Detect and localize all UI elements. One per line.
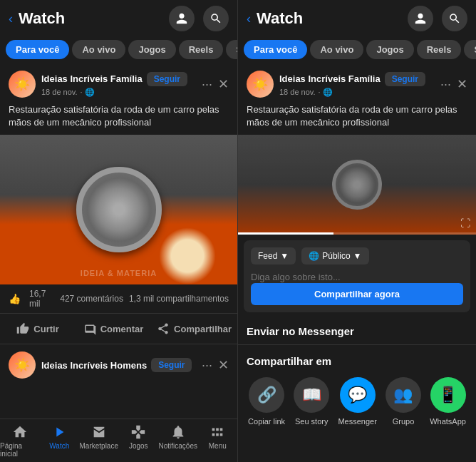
right-follow-button[interactable]: Seguir [385,72,425,86]
whatsapp-label: WhatsApp [430,417,466,426]
post-description: Restauração satisfatória da roda de um c… [0,103,237,135]
share-options-row: Feed ▼ 🌐 Público ▼ [251,247,463,265]
nav-menu[interactable]: Menu [198,419,238,462]
gamepad-icon [130,423,147,441]
right-back-button[interactable]: ‹ [247,11,251,26]
post-date: 18 de nov. · 🌐 [41,88,196,97]
nav-tabs: Para você Ao vivo Jogos Reels Seguind [0,37,237,65]
store-icon [90,423,108,441]
follow-button[interactable]: Seguir [147,72,187,86]
left-panel: ‹ Watch Para você Ao vivo Jogos Reels Se… [0,0,238,462]
tab-jogos[interactable]: Jogos [128,40,175,59]
nav-watch[interactable]: Watch [40,419,80,462]
fullscreen-icon[interactable]: ⛶ [460,217,470,229]
nav-notifications-label: Notificações [159,442,197,450]
watermark: IDEIA & MATERIA [81,269,157,277]
second-post-header: ☀️ Ideias Incríveis Homens Seguir ··· ✕ [0,344,237,386]
post-meta: Ideias Incríveis Família Seguir 18 de no… [41,72,196,97]
right-tab-seguindo[interactable]: Seguind [464,40,476,59]
close-button[interactable]: ✕ [218,76,229,92]
public-dropdown[interactable]: 🌐 Público ▼ [301,247,368,265]
right-more-options[interactable]: ··· [440,77,451,92]
share-now-button[interactable]: Compartilhar agora [251,283,463,305]
bell-icon [170,423,187,441]
second-post-actions: ··· ✕ [202,357,229,373]
right-post-header: ☀️ Ideias Incríveis Família Seguir 18 de… [238,65,476,103]
shares-count: 1,3 mil compartilhamentos [129,294,229,304]
avatar: ☀️ [9,71,36,98]
divider-1 [238,344,476,345]
second-post-name: Ideias Incríveis Homens Seguir [41,358,196,372]
second-more-options[interactable]: ··· [202,358,212,373]
share-icons-row: 🔗 Copiar link 📖 Seu story 💬 Messenger 👥 … [238,371,476,431]
second-close-button[interactable]: ✕ [218,357,229,373]
right-nav-tabs: Para você Ao vivo Jogos Reels Seguind [238,37,476,65]
wheel-image [76,167,162,252]
share-copy-link[interactable]: 🔗 Copiar link [248,377,285,426]
tab-reels[interactable]: Reels [179,40,224,59]
second-avatar: ☀️ [9,351,36,379]
messenger-label: Messenger [338,417,376,426]
profile-icon-button[interactable] [169,6,195,31]
tab-ao-vivo[interactable]: Ao vivo [72,40,125,59]
right-tab-jogos[interactable]: Jogos [366,40,413,59]
home-icon [11,423,29,441]
tab-para-voce[interactable]: Para você [6,40,69,59]
comment-button[interactable]: Comentar [76,317,151,341]
page-title: Watch [19,9,169,28]
share-group[interactable]: 👥 Grupo [386,377,421,426]
more-options-button[interactable]: ··· [202,77,212,92]
share-text-input[interactable] [251,272,371,282]
right-post-description: Restauração satisfatória da roda de um c… [238,103,476,135]
progress-bar-container [238,232,476,235]
share-button[interactable]: Compartilhar [151,317,237,341]
stats-right: 427 comentários 1,3 mil compartilhamento… [60,294,229,304]
search-icon-button[interactable] [203,6,229,31]
tab-seguindo[interactable]: Seguind [226,40,237,59]
share-messenger[interactable]: 💬 Messenger [338,377,376,426]
share-story[interactable]: 📖 Seu story [294,377,329,426]
reaction-emoji: 👍 [9,293,21,304]
right-tab-para-voce[interactable]: Para você [244,40,307,59]
right-post-name: Ideias Incríveis Família Seguir [279,72,435,86]
likes-count: 16,7 mil [29,289,51,309]
nav-jogos[interactable]: Jogos [119,419,159,462]
copy-link-label: Copiar link [248,417,285,426]
nav-marketplace[interactable]: Marketplace [79,419,119,462]
right-header-icons [408,6,467,31]
right-search-icon[interactable] [442,6,467,31]
messenger-section-title: Enviar no Messenger [238,318,476,342]
action-bar: Curtir Comentar Compartilhar [0,314,237,344]
whatsapp-icon: 📱 [430,377,466,413]
nav-notifications[interactable]: Notificações [158,419,198,462]
left-header: ‹ Watch [0,0,237,37]
stats-bar: 👍 16,7 mil 427 comentários 1,3 mil compa… [0,284,237,314]
right-header: ‹ Watch [238,0,476,37]
post-header-actions: ··· ✕ [202,76,229,92]
second-follow-button[interactable]: Seguir [151,358,192,372]
video-area[interactable]: IDEIA & MATERIA [0,135,237,284]
nav-marketplace-label: Marketplace [80,442,118,450]
video-placeholder: IDEIA & MATERIA [0,135,237,284]
nav-home-label: Página inicial [0,442,40,458]
right-tab-ao-vivo[interactable]: Ao vivo [310,40,363,59]
nav-home[interactable]: Página inicial [0,419,40,462]
right-profile-icon[interactable] [408,6,433,31]
group-label: Grupo [393,417,415,426]
watch-icon [51,423,68,441]
share-whatsapp[interactable]: 📱 WhatsApp [430,377,466,426]
right-tab-reels[interactable]: Reels [417,40,462,59]
story-icon: 📖 [294,377,329,413]
feed-dropdown[interactable]: Feed ▼ [251,247,296,265]
second-post-meta: Ideias Incríveis Homens Seguir [41,358,196,372]
group-icon: 👥 [386,377,421,413]
right-video-area[interactable]: ⛶ [238,135,476,235]
like-button[interactable]: Curtir [0,317,76,341]
right-close-button[interactable]: ✕ [457,76,467,92]
comments-count: 427 comentários [60,294,123,304]
nav-jogos-label: Jogos [129,442,148,450]
right-page-title: Watch [257,9,408,28]
header-icons [169,6,229,31]
back-button[interactable]: ‹ [9,11,13,26]
nav-watch-label: Watch [49,442,69,450]
